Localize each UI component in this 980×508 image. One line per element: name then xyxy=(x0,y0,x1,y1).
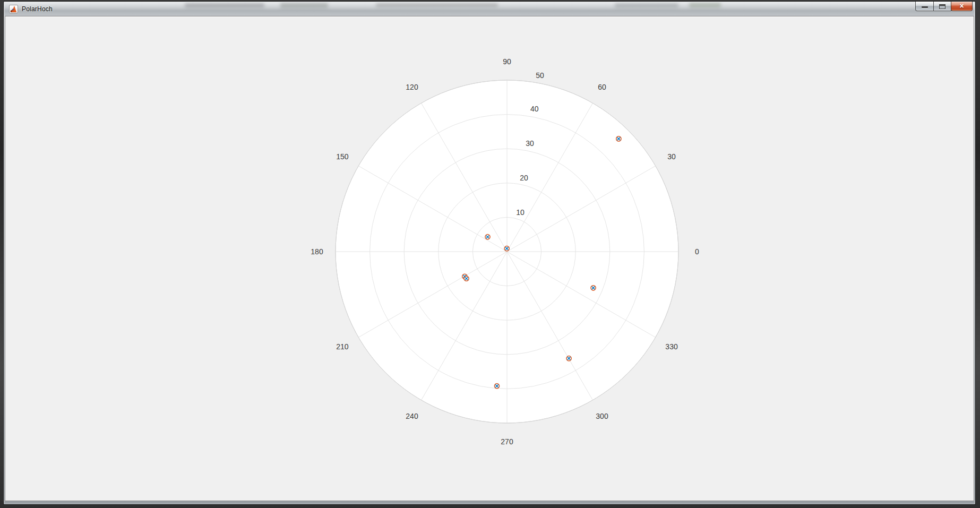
minimize-button[interactable] xyxy=(915,2,934,11)
titlebar-glass-blur xyxy=(615,3,678,7)
window-controls: × xyxy=(915,2,973,11)
matlab-logo-icon[interactable] xyxy=(9,5,18,13)
theta-tick-label: 120 xyxy=(406,83,418,91)
r-tick-label: 20 xyxy=(520,174,528,182)
window-title: PolarHoch xyxy=(22,5,53,13)
titlebar-glass-blur xyxy=(376,3,498,7)
maximize-button[interactable] xyxy=(933,2,951,11)
theta-tick-label: 150 xyxy=(336,152,349,161)
r-tick-label: 40 xyxy=(530,105,539,113)
polar-plot: 0306090120150180210240270300330102030405… xyxy=(5,16,975,502)
theta-tick-label: 210 xyxy=(336,342,349,351)
titlebar-glass-blur xyxy=(689,3,721,7)
desktop-background: PolarHoch × 0306090120150180210240270300… xyxy=(0,0,980,508)
minimize-icon xyxy=(922,6,928,8)
theta-tick-label: 180 xyxy=(311,247,323,256)
theta-tick-label: 240 xyxy=(406,412,418,420)
theta-tick-label: 30 xyxy=(667,152,676,161)
maximize-icon xyxy=(939,4,945,9)
theta-tick-label: 90 xyxy=(503,57,511,66)
close-icon: × xyxy=(951,2,972,11)
r-tick-label: 50 xyxy=(536,71,544,80)
titlebar-glass-blur xyxy=(185,3,264,7)
theta-tick-label: 330 xyxy=(665,342,678,351)
close-button[interactable]: × xyxy=(951,2,973,11)
r-tick-label: 10 xyxy=(516,208,525,217)
theta-tick-label: 300 xyxy=(596,412,608,420)
figure-window: PolarHoch × 0306090120150180210240270300… xyxy=(3,1,976,505)
theta-tick-label: 0 xyxy=(695,247,699,256)
titlebar-glass-blur xyxy=(280,3,328,8)
theta-tick-label: 270 xyxy=(501,437,513,446)
figure-canvas: 0306090120150180210240270300330102030405… xyxy=(5,16,974,501)
titlebar[interactable]: PolarHoch xyxy=(4,2,975,16)
theta-tick-label: 60 xyxy=(598,83,606,91)
r-tick-label: 30 xyxy=(526,139,534,148)
